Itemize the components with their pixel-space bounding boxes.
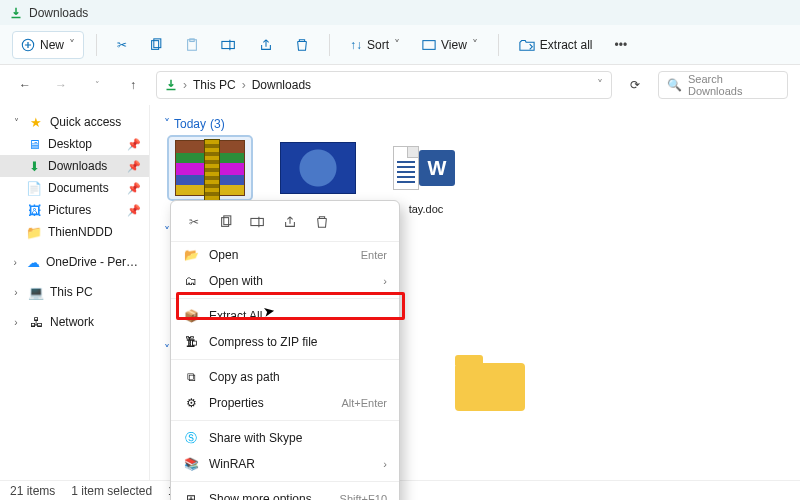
ctx-divider xyxy=(171,420,399,421)
more-icon: ⊞ xyxy=(183,492,199,500)
paste-button[interactable] xyxy=(177,31,207,59)
ctx-share-skype[interactable]: Ⓢ Share with Skype xyxy=(171,425,399,451)
open-icon: 📂 xyxy=(183,248,199,262)
search-box[interactable]: 🔍 Search Downloads xyxy=(658,71,788,99)
recent-button[interactable]: ˅ xyxy=(84,72,110,98)
ctx-show-more[interactable]: ⊞ Show more options Shift+F10 xyxy=(171,486,399,500)
context-quick-actions: ✂ xyxy=(171,205,399,242)
copy-button[interactable] xyxy=(141,31,171,59)
ctx-copy[interactable] xyxy=(213,211,239,233)
body: ˅ ★ Quick access 🖥 Desktop 📌 ⬇ Downloads… xyxy=(0,105,800,480)
folder-icon: 📁 xyxy=(26,224,42,240)
ctx-copy-path[interactable]: ⧉ Copy as path xyxy=(171,364,399,390)
ctx-compress[interactable]: 🗜 Compress to ZIP file xyxy=(171,329,399,355)
share-button[interactable] xyxy=(251,31,281,59)
chevron-right-icon[interactable]: › xyxy=(10,257,20,268)
chevron-down-icon[interactable]: ˅ xyxy=(10,117,22,128)
sidebar-thispc[interactable]: › 💻 This PC xyxy=(0,281,149,303)
download-icon: ⬇ xyxy=(26,158,42,174)
sidebar-item-label: Network xyxy=(50,315,94,329)
sidebar-item-label: Downloads xyxy=(48,159,107,173)
open-with-icon: 🗂 xyxy=(183,274,199,288)
file-item[interactable] xyxy=(444,363,536,411)
chevron-down-icon: ˅ xyxy=(164,117,170,131)
view-icon xyxy=(422,39,436,51)
toolbar-divider xyxy=(96,34,97,56)
ctx-shortcut: Alt+Enter xyxy=(341,397,387,409)
ctx-winrar[interactable]: 📚 WinRAR › xyxy=(171,451,399,477)
sort-button[interactable]: ↑↓ Sort ˅ xyxy=(342,31,408,59)
back-button[interactable]: ← xyxy=(12,72,38,98)
new-button[interactable]: New ˅ xyxy=(12,31,84,59)
file-thumb: W xyxy=(385,137,467,199)
chevron-right-icon[interactable]: › xyxy=(10,287,22,298)
sidebar-onedrive[interactable]: › ☁ OneDrive - Personal xyxy=(0,251,149,273)
refresh-button[interactable]: ⟳ xyxy=(622,72,648,98)
ctx-extract-all[interactable]: 📦 Extract All... xyxy=(171,303,399,329)
zip-icon: 🗜 xyxy=(183,335,199,349)
sidebar-quick-access[interactable]: ˅ ★ Quick access xyxy=(0,111,149,133)
winrar-icon: 📚 xyxy=(183,457,199,471)
cloud-icon: ☁ xyxy=(26,254,40,270)
sidebar-downloads[interactable]: ⬇ Downloads 📌 xyxy=(0,155,149,177)
rename-button[interactable] xyxy=(213,31,245,59)
ctx-share[interactable] xyxy=(277,211,303,233)
chevron-right-icon: › xyxy=(383,275,387,287)
sidebar-item-label: Desktop xyxy=(48,137,92,151)
group-today[interactable]: ˅ Today (3) xyxy=(164,117,786,131)
forward-button[interactable]: → xyxy=(48,72,74,98)
delete-button[interactable] xyxy=(287,31,317,59)
properties-icon: ⚙ xyxy=(183,396,199,410)
desktop-icon: 🖥 xyxy=(26,136,42,152)
address-row: ← → ˅ ↑ › This PC › Downloads ˅ ⟳ 🔍 Sear… xyxy=(0,65,800,105)
sort-icon: ↑↓ xyxy=(350,38,362,52)
sidebar-thien[interactable]: 📁 ThienNDDD xyxy=(0,221,149,243)
sidebar-pictures[interactable]: 🖼 Pictures 📌 xyxy=(0,199,149,221)
sidebar-item-label: Pictures xyxy=(48,203,91,217)
sidebar-desktop[interactable]: 🖥 Desktop 📌 xyxy=(0,133,149,155)
ctx-label: Open with xyxy=(209,274,263,288)
image-thumb xyxy=(280,142,356,194)
breadcrumb-thispc[interactable]: This PC xyxy=(193,78,236,92)
sidebar-documents[interactable]: 📄 Documents 📌 xyxy=(0,177,149,199)
toolbar: New ˅ ✂ ↑↓ Sort ˅ View ˅ Extract all ••• xyxy=(0,25,800,65)
status-selected: 1 item selected xyxy=(71,484,152,498)
chevron-down-icon: ˅ xyxy=(472,38,478,52)
more-button[interactable]: ••• xyxy=(607,31,636,59)
breadcrumb-downloads[interactable]: Downloads xyxy=(252,78,311,92)
ctx-open-with[interactable]: 🗂 Open with › xyxy=(171,268,399,294)
ctx-cut[interactable]: ✂ xyxy=(181,211,207,233)
ctx-label: Open xyxy=(209,248,238,262)
chevron-down-icon: ˅ xyxy=(69,38,75,52)
svg-rect-5 xyxy=(222,41,234,48)
chevron-right-icon: › xyxy=(383,458,387,470)
pictures-icon: 🖼 xyxy=(26,202,42,218)
download-icon xyxy=(10,7,22,19)
search-placeholder: Search Downloads xyxy=(688,73,779,97)
up-button[interactable]: ↑ xyxy=(120,72,146,98)
ctx-divider xyxy=(171,298,399,299)
window-title: Downloads xyxy=(29,6,88,20)
cut-button[interactable]: ✂ xyxy=(109,31,135,59)
address-bar[interactable]: › This PC › Downloads ˅ xyxy=(156,71,612,99)
share-icon xyxy=(259,38,273,52)
ctx-properties[interactable]: ⚙ Properties Alt+Enter xyxy=(171,390,399,416)
sidebar-network[interactable]: › 🖧 Network xyxy=(0,311,149,333)
ctx-open[interactable]: 📂 Open Enter xyxy=(171,242,399,268)
group-count: (3) xyxy=(210,117,225,131)
extract-all-button[interactable]: Extract all xyxy=(511,31,601,59)
folder-icon xyxy=(455,363,525,411)
ctx-rename[interactable] xyxy=(245,211,271,233)
file-thumb xyxy=(169,137,251,199)
star-icon: ★ xyxy=(28,114,44,130)
chevron-right-icon[interactable]: › xyxy=(10,317,22,328)
chevron-down-icon[interactable]: ˅ xyxy=(597,78,603,92)
svg-rect-6 xyxy=(423,40,435,49)
rename-icon xyxy=(221,38,237,52)
ctx-divider xyxy=(171,481,399,482)
plus-icon xyxy=(21,38,35,52)
ctx-label: WinRAR xyxy=(209,457,255,471)
pin-icon: 📌 xyxy=(127,160,141,173)
ctx-delete[interactable] xyxy=(309,211,335,233)
view-button[interactable]: View ˅ xyxy=(414,31,486,59)
